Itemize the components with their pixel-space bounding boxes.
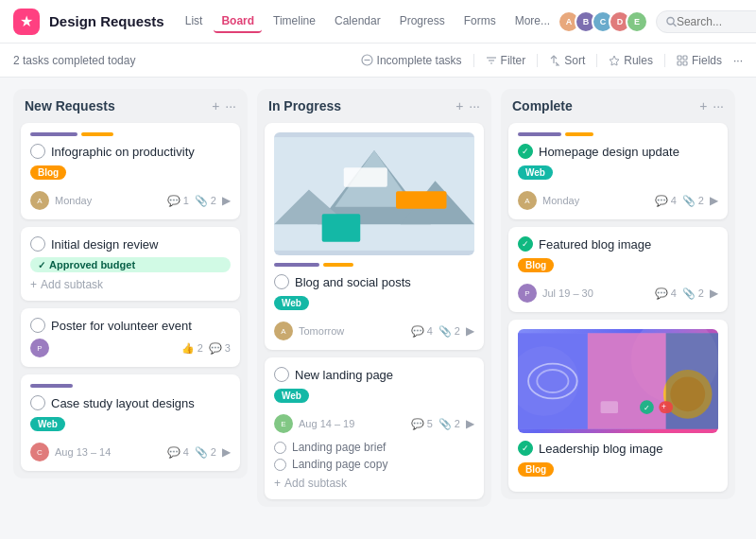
task-check-blog[interactable] xyxy=(274,274,289,289)
column-menu-complete[interactable]: ··· xyxy=(713,98,724,113)
column-header-in-progress: In Progress + ··· xyxy=(257,89,491,119)
mountain-svg xyxy=(274,132,474,255)
top-nav: ★ Design Requests List Board Timeline Ca… xyxy=(0,0,756,43)
avatar-infographic: A xyxy=(30,191,49,210)
sort-icon xyxy=(549,55,560,66)
svg-rect-11 xyxy=(683,61,687,65)
meta-infographic: 💬 1 📎 2 xyxy=(167,195,216,207)
add-card-new-requests[interactable]: + xyxy=(212,98,219,113)
task-check-review[interactable] xyxy=(30,236,45,252)
expand-homepage[interactable]: ▶ xyxy=(710,194,718,207)
tab-board[interactable]: Board xyxy=(214,10,262,33)
date-case: Aug 13 – 14 xyxy=(55,446,162,458)
bar-purple xyxy=(30,132,77,136)
tab-forms[interactable]: Forms xyxy=(456,10,504,33)
meta-homepage: 💬 4 📎 2 xyxy=(655,195,704,207)
fields-action[interactable]: Fields xyxy=(677,54,722,67)
task-check-leadership[interactable] xyxy=(518,441,533,456)
tab-list[interactable]: List xyxy=(178,10,211,33)
add-card-in-progress[interactable]: + xyxy=(455,98,463,113)
task-check-homepage[interactable] xyxy=(518,144,533,159)
tag-web-homepage: Web xyxy=(518,165,553,180)
meta-featured: 💬 4 📎 2 xyxy=(655,287,704,300)
avatar-5: E xyxy=(626,10,648,33)
board: New Requests + ··· Infographic on produc… xyxy=(0,78,756,539)
task-check-landing[interactable] xyxy=(274,367,289,382)
add-subtask-landing[interactable]: + Add subtask xyxy=(274,477,474,490)
avatar-case: C xyxy=(30,443,49,461)
color-bar-case-study xyxy=(30,384,231,388)
add-subtask-review[interactable]: + Add subtask xyxy=(30,278,231,291)
tasks-info: 2 tasks completed today xyxy=(13,54,361,67)
card-case-study: Case study layout designs Web C Aug 13 –… xyxy=(21,374,240,471)
nav-tabs: List Board Timeline Calendar Progress Fo… xyxy=(178,10,558,33)
date-blog: Tomorrow xyxy=(299,325,405,337)
more-action[interactable]: ··· xyxy=(733,54,743,67)
card-featured-blog: Featured blog image Blog P Jul 19 – 30 💬… xyxy=(508,227,728,312)
column-in-progress: In Progress + ··· xyxy=(257,89,491,507)
expand-infographic[interactable]: ▶ xyxy=(222,194,231,207)
column-menu-new-requests[interactable]: ··· xyxy=(225,98,236,113)
expand-landing[interactable]: ▶ xyxy=(466,417,474,430)
avatar-featured: P xyxy=(518,284,537,303)
card-footer-landing: E Aug 14 – 19 💬 5 📎 2 ▶ xyxy=(274,414,474,433)
task-check-featured[interactable] xyxy=(518,236,533,252)
expand-case[interactable]: ▶ xyxy=(222,445,231,459)
search-box[interactable] xyxy=(656,10,756,33)
tab-calendar[interactable]: Calendar xyxy=(327,10,388,33)
app-title: Design Requests xyxy=(49,13,164,29)
card-poster: Poster for volunteer event P 👍 2 💬 3 xyxy=(21,308,240,367)
card-footer-blog: A Tomorrow 💬 4 📎 2 ▶ xyxy=(274,322,474,340)
sub-nav-actions: Incomplete tasks Filter Sort Rules Field… xyxy=(361,54,743,67)
column-title-complete: Complete xyxy=(512,98,694,113)
task-check-poster[interactable] xyxy=(30,318,45,333)
svg-rect-10 xyxy=(678,61,681,65)
add-card-complete[interactable]: + xyxy=(699,98,707,113)
card-blog-social: Blog and social posts Web A Tomorrow 💬 4… xyxy=(265,123,484,350)
svg-rect-8 xyxy=(678,56,681,60)
incomplete-tasks-filter[interactable]: Incomplete tasks xyxy=(361,54,462,67)
bar-orange xyxy=(81,132,113,136)
divider-4 xyxy=(664,54,665,67)
card-footer-homepage: A Monday 💬 4 📎 2 ▶ xyxy=(518,191,718,210)
column-header-new-requests: New Requests + ··· xyxy=(13,89,248,119)
task-check-infographic[interactable] xyxy=(30,144,45,159)
meta-blog: 💬 4 📎 2 xyxy=(411,325,460,338)
date-landing: Aug 14 – 19 xyxy=(299,418,405,429)
meta-poster: 👍 2 💬 3 xyxy=(181,342,231,355)
date-featured: Jul 19 – 30 xyxy=(542,287,649,299)
tab-timeline[interactable]: Timeline xyxy=(266,10,323,33)
divider-3 xyxy=(596,54,597,67)
colorful-image-leadership: ✓ + xyxy=(518,329,718,433)
column-header-complete: Complete + ··· xyxy=(501,89,735,119)
card-title-featured: Featured blog image xyxy=(518,236,718,252)
column-menu-in-progress[interactable]: ··· xyxy=(469,98,480,113)
expand-featured[interactable]: ▶ xyxy=(710,287,718,300)
filter-action[interactable]: Filter xyxy=(486,54,526,67)
subtasks-landing: Landing page brief Landing page copy xyxy=(274,439,474,473)
expand-blog[interactable]: ▶ xyxy=(466,324,474,338)
search-input[interactable] xyxy=(677,15,756,28)
date-infographic: Monday xyxy=(55,195,162,206)
card-title-landing: New landing page xyxy=(274,367,474,382)
subtask-check-brief[interactable] xyxy=(274,442,286,454)
sort-action[interactable]: Sort xyxy=(549,54,585,67)
avatar-landing: E xyxy=(274,414,293,433)
tab-more[interactable]: More... xyxy=(507,10,558,33)
svg-rect-18 xyxy=(396,191,446,208)
svg-line-1 xyxy=(674,24,676,26)
nav-right: A B C D E + ? U xyxy=(558,9,756,35)
card-title-design-review: Initial design review xyxy=(30,236,231,252)
column-body-complete: Homepage design update Web A Monday 💬 4 … xyxy=(501,119,735,499)
bar-purple-blog xyxy=(274,263,319,267)
rules-action[interactable]: Rules xyxy=(609,54,653,67)
team-avatars: A B C D E xyxy=(558,10,648,33)
divider-2 xyxy=(537,54,538,67)
subtask-check-copy[interactable] xyxy=(274,459,286,471)
task-check-case[interactable] xyxy=(30,395,45,410)
fields-icon xyxy=(677,55,688,66)
svg-rect-29 xyxy=(666,333,718,428)
tab-progress[interactable]: Progress xyxy=(392,10,453,33)
subtask-brief: Landing page brief xyxy=(274,439,474,456)
svg-text:+: + xyxy=(662,402,666,411)
